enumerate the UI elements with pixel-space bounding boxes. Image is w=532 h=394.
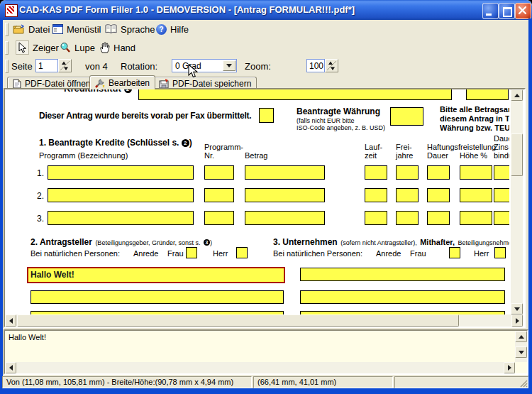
form-field-dauer-2[interactable] [427, 188, 450, 202]
menu-hilfe[interactable]: ? Hilfe [156, 20, 189, 38]
col-laufzeit-line1: Lauf- [365, 143, 382, 151]
tool-lupe[interactable]: Lupe [60, 38, 95, 57]
menu-sprache[interactable]: Sprache [105, 20, 155, 38]
fax-checkbox[interactable] [259, 108, 274, 123]
editor-vertical-scrollbar[interactable] [515, 331, 527, 362]
kreditinstitut-text: Kreditinstitut [64, 89, 121, 94]
form-field[interactable] [300, 268, 505, 281]
form-field-laufzeit-1[interactable] [365, 165, 387, 180]
seite-input[interactable]: 1 [35, 59, 58, 72]
scroll-down-button[interactable] [515, 346, 527, 358]
form-field[interactable] [31, 290, 284, 304]
tool-hand[interactable]: Hand [99, 38, 135, 57]
toolbar-gripper[interactable] [5, 23, 9, 36]
section3-frau-checkbox[interactable] [449, 247, 460, 258]
minimize-button[interactable] [482, 3, 499, 19]
tools-icon [95, 78, 105, 88]
title-bar[interactable]: CAD-KAS PDF Form Filler 1.0 - DEMOVERSIO… [0, 0, 532, 20]
arrow-right-icon [508, 365, 511, 371]
maximize-button[interactable] [499, 3, 515, 19]
toolbar-gripper[interactable] [5, 41, 9, 55]
selected-form-field-hallo[interactable]: Hallo Welt! [27, 267, 285, 283]
kreditinstitut-field[interactable]: Hallo Welt! [138, 89, 452, 100]
col-freijahre-line2: jahre [396, 151, 413, 160]
form-field-nr-3[interactable] [204, 211, 234, 225]
menu-menustil[interactable]: Menüstil [52, 20, 101, 38]
vertical-scroll-thumb[interactable] [511, 133, 523, 176]
col-haftung-dauer-label: Dauer [427, 151, 448, 160]
zoom-input[interactable]: 100 [306, 59, 325, 72]
zoom-spinner[interactable] [325, 59, 338, 72]
section3-persons-label: Bei natürlichen Personen: [273, 249, 362, 258]
scroll-left-button[interactable] [5, 362, 16, 373]
seite-spinner[interactable] [58, 59, 72, 72]
rotation-combobox[interactable]: 0 Grad [172, 59, 237, 72]
section3-subtitle-2: Beteiligungsnehmer, sor [458, 239, 509, 246]
close-button[interactable] [515, 3, 531, 19]
tab-label: Bearbeiten [109, 78, 150, 88]
section3-title-text: 3. Unternehmen [273, 237, 338, 247]
col-nr-line2: Nr. [204, 151, 243, 160]
section2-frau-checkbox[interactable] [186, 247, 197, 258]
maximize-icon [503, 7, 512, 17]
kreditinstitut-field-2[interactable] [466, 89, 509, 100]
field-text-input[interactable]: Hallo Welt! [5, 331, 515, 362]
horizontal-scroll-thumb[interactable] [17, 314, 459, 327]
menu-datei[interactable]: Datei [13, 20, 50, 38]
scroll-left-button[interactable] [5, 314, 16, 327]
circled-number-icon: 2 [182, 139, 189, 147]
arrow-left-icon [9, 365, 13, 371]
editor-horizontal-scrollbar[interactable] [5, 362, 515, 373]
form-field-dauer-1[interactable] [427, 165, 450, 180]
tool-bar: Zeiger Lupe Hand [3, 38, 528, 58]
resize-grip[interactable] [519, 379, 528, 388]
form-field-freijahre-2[interactable] [396, 188, 419, 202]
form-field-betrag-1[interactable] [245, 165, 325, 180]
scroll-up-button[interactable] [515, 331, 527, 342]
window-border-right [528, 18, 532, 394]
scroll-right-button[interactable] [504, 362, 515, 373]
section3-herr-checkbox[interactable] [494, 247, 506, 258]
combo-dropdown-button[interactable] [223, 60, 235, 71]
folder-icon [13, 24, 25, 34]
form-field-hoehe-2[interactable] [460, 188, 492, 202]
form-field-zins-2[interactable] [494, 188, 509, 202]
field-value: Hallo Welt! [31, 270, 74, 280]
form-field-program-3[interactable] [48, 211, 194, 225]
section2-herr-checkbox[interactable] [236, 247, 248, 258]
scroll-right-button[interactable] [511, 314, 523, 327]
currency-field[interactable] [390, 107, 423, 126]
form-field-freijahre-3[interactable] [396, 211, 419, 225]
form-field-hoehe-3[interactable] [460, 211, 492, 225]
form-field-laufzeit-2[interactable] [365, 188, 387, 202]
horizontal-scrollbar[interactable] [5, 314, 523, 327]
form-field-program-2[interactable] [48, 188, 194, 202]
scroll-up-button[interactable] [511, 89, 523, 101]
tab-label: PDF-Datei speichern [172, 79, 251, 89]
section3-anrede-label: Anrede [376, 249, 401, 258]
section3-title: 3. Unternehmen (sofern nicht Antragstell… [273, 235, 509, 248]
tab-bearbeiten[interactable]: Bearbeiten [89, 75, 155, 89]
scroll-down-button[interactable] [511, 303, 523, 314]
form-field-nr-2[interactable] [204, 188, 234, 202]
col-laufzeit-line2: zeit [365, 151, 382, 160]
form-field-nr-1[interactable] [204, 165, 234, 180]
form-field-hoehe-1[interactable] [460, 165, 492, 180]
form-field-laufzeit-3[interactable] [365, 211, 387, 225]
form-field-betrag-3[interactable] [245, 211, 325, 225]
section3-subtitle-1: (sofern nicht Antragsteller), [340, 239, 417, 246]
toolbar-gripper[interactable] [5, 60, 9, 73]
form-field-program-1[interactable] [48, 165, 194, 180]
section3-frau-label: Frau [410, 249, 426, 258]
vertical-scrollbar[interactable] [511, 89, 523, 314]
form-field-zins-3[interactable] [494, 211, 509, 225]
tool-zeiger[interactable]: Zeiger [16, 38, 59, 57]
form-field-zins-1[interactable] [494, 165, 509, 180]
form-field[interactable] [300, 290, 505, 304]
arrow-up-icon [519, 335, 524, 339]
tool-label: Zeiger [33, 43, 59, 53]
tool-label: Lupe [74, 43, 95, 53]
form-field-dauer-3[interactable] [427, 211, 450, 225]
form-field-betrag-2[interactable] [245, 188, 325, 202]
form-field-freijahre-1[interactable] [396, 165, 419, 180]
